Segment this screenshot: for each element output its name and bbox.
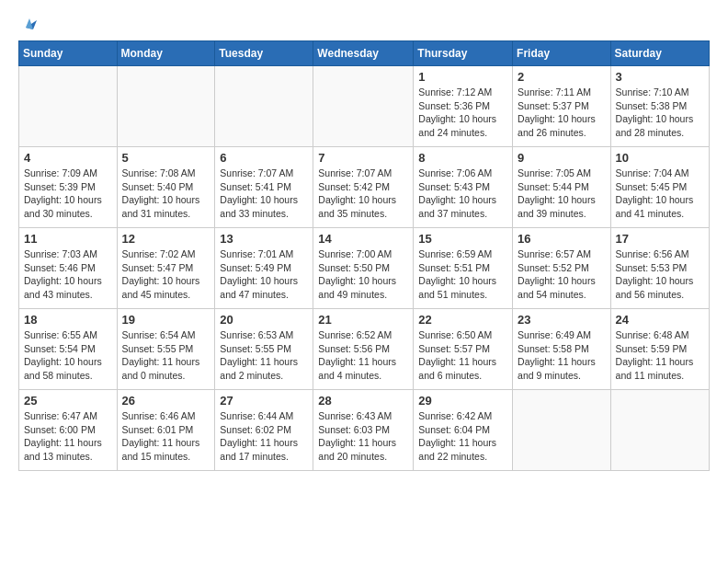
logo: [18, 18, 37, 33]
cell-date-number: 23: [518, 313, 606, 327]
calendar-cell: 20Sunrise: 6:53 AMSunset: 5:55 PMDayligh…: [215, 309, 313, 390]
cell-detail: Sunrise: 7:06 AMSunset: 5:43 PMDaylight:…: [418, 167, 507, 221]
cell-detail: Sunrise: 7:09 AMSunset: 5:39 PMDaylight:…: [24, 167, 112, 221]
cell-date-number: 5: [122, 151, 210, 165]
header-tuesday: Tuesday: [215, 41, 313, 66]
calendar-cell: 10Sunrise: 7:04 AMSunset: 5:45 PMDayligh…: [610, 147, 709, 228]
cell-date-number: 24: [616, 313, 704, 327]
calendar-cell: 4Sunrise: 7:09 AMSunset: 5:39 PMDaylight…: [19, 147, 118, 228]
calendar-week-row: 1Sunrise: 7:12 AMSunset: 5:36 PMDaylight…: [19, 66, 710, 147]
calendar-week-row: 4Sunrise: 7:09 AMSunset: 5:39 PMDaylight…: [19, 147, 710, 228]
cell-detail: Sunrise: 6:48 AMSunset: 5:59 PMDaylight:…: [616, 328, 704, 383]
calendar-cell: 6Sunrise: 7:07 AMSunset: 5:41 PMDaylight…: [215, 147, 313, 228]
calendar-header-row: SundayMondayTuesdayWednesdayThursdayFrid…: [19, 41, 710, 66]
calendar-cell: 17Sunrise: 6:56 AMSunset: 5:53 PMDayligh…: [610, 228, 709, 309]
cell-detail: Sunrise: 6:47 AMSunset: 6:00 PMDaylight:…: [24, 409, 112, 464]
calendar-cell: [117, 66, 215, 147]
cell-detail: Sunrise: 6:55 AMSunset: 5:54 PMDaylight:…: [24, 328, 112, 383]
cell-detail: Sunrise: 6:53 AMSunset: 5:55 PMDaylight:…: [220, 328, 308, 383]
logo-bird-icon: [20, 17, 37, 33]
cell-detail: Sunrise: 7:07 AMSunset: 5:42 PMDaylight:…: [318, 167, 408, 221]
calendar-cell: 5Sunrise: 7:08 AMSunset: 5:40 PMDaylight…: [117, 147, 215, 228]
calendar-cell: 9Sunrise: 7:05 AMSunset: 5:44 PMDaylight…: [513, 147, 611, 228]
cell-date-number: 12: [122, 232, 210, 246]
calendar-week-row: 25Sunrise: 6:47 AMSunset: 6:00 PMDayligh…: [19, 390, 710, 471]
calendar-cell: 13Sunrise: 7:01 AMSunset: 5:49 PMDayligh…: [215, 228, 313, 309]
calendar-cell: [215, 66, 313, 147]
cell-detail: Sunrise: 6:50 AMSunset: 5:57 PMDaylight:…: [418, 328, 507, 383]
cell-detail: Sunrise: 6:42 AMSunset: 6:04 PMDaylight:…: [418, 409, 507, 464]
calendar-cell: 12Sunrise: 7:02 AMSunset: 5:47 PMDayligh…: [117, 228, 215, 309]
cell-date-number: 16: [518, 232, 606, 246]
calendar-cell: 23Sunrise: 6:49 AMSunset: 5:58 PMDayligh…: [513, 309, 611, 390]
cell-detail: Sunrise: 7:00 AMSunset: 5:50 PMDaylight:…: [318, 247, 408, 302]
calendar-cell: 14Sunrise: 7:00 AMSunset: 5:50 PMDayligh…: [313, 228, 414, 309]
cell-detail: Sunrise: 7:03 AMSunset: 5:46 PMDaylight:…: [24, 247, 112, 302]
calendar-cell: [19, 66, 118, 147]
cell-date-number: 8: [418, 151, 507, 165]
cell-detail: Sunrise: 6:46 AMSunset: 6:01 PMDaylight:…: [122, 409, 210, 464]
cell-date-number: 15: [418, 232, 507, 246]
cell-date-number: 21: [318, 313, 408, 327]
cell-detail: Sunrise: 6:44 AMSunset: 6:02 PMDaylight:…: [220, 409, 308, 464]
calendar-cell: 25Sunrise: 6:47 AMSunset: 6:00 PMDayligh…: [19, 390, 118, 471]
cell-detail: Sunrise: 7:10 AMSunset: 5:38 PMDaylight:…: [616, 86, 704, 140]
cell-date-number: 3: [616, 70, 704, 84]
calendar-cell: 21Sunrise: 6:52 AMSunset: 5:56 PMDayligh…: [313, 309, 414, 390]
calendar-cell: 1Sunrise: 7:12 AMSunset: 5:36 PMDaylight…: [414, 66, 513, 147]
cell-detail: Sunrise: 6:59 AMSunset: 5:51 PMDaylight:…: [418, 247, 507, 302]
calendar-cell: 19Sunrise: 6:54 AMSunset: 5:55 PMDayligh…: [117, 309, 215, 390]
cell-date-number: 20: [220, 313, 308, 327]
cell-detail: Sunrise: 7:08 AMSunset: 5:40 PMDaylight:…: [122, 167, 210, 221]
calendar-cell: 15Sunrise: 6:59 AMSunset: 5:51 PMDayligh…: [414, 228, 513, 309]
header: [18, 15, 710, 33]
cell-detail: Sunrise: 7:04 AMSunset: 5:45 PMDaylight:…: [616, 167, 704, 221]
calendar-cell: 2Sunrise: 7:11 AMSunset: 5:37 PMDaylight…: [513, 66, 611, 147]
cell-detail: Sunrise: 6:54 AMSunset: 5:55 PMDaylight:…: [122, 328, 210, 383]
cell-detail: Sunrise: 7:02 AMSunset: 5:47 PMDaylight:…: [122, 247, 210, 302]
header-wednesday: Wednesday: [313, 41, 414, 66]
cell-detail: Sunrise: 7:05 AMSunset: 5:44 PMDaylight:…: [518, 167, 606, 221]
calendar-week-row: 11Sunrise: 7:03 AMSunset: 5:46 PMDayligh…: [19, 228, 710, 309]
calendar-cell: 3Sunrise: 7:10 AMSunset: 5:38 PMDaylight…: [610, 66, 709, 147]
header-thursday: Thursday: [414, 41, 513, 66]
calendar-cell: 16Sunrise: 6:57 AMSunset: 5:52 PMDayligh…: [513, 228, 611, 309]
cell-detail: Sunrise: 6:43 AMSunset: 6:03 PMDaylight:…: [318, 409, 408, 464]
cell-date-number: 2: [518, 70, 606, 84]
cell-detail: Sunrise: 6:52 AMSunset: 5:56 PMDaylight:…: [318, 328, 408, 383]
cell-date-number: 19: [122, 313, 210, 327]
cell-date-number: 13: [220, 232, 308, 246]
header-sunday: Sunday: [19, 41, 118, 66]
cell-date-number: 11: [24, 232, 112, 246]
calendar-week-row: 18Sunrise: 6:55 AMSunset: 5:54 PMDayligh…: [19, 309, 710, 390]
calendar-cell: 26Sunrise: 6:46 AMSunset: 6:01 PMDayligh…: [117, 390, 215, 471]
cell-date-number: 22: [418, 313, 507, 327]
calendar-table: SundayMondayTuesdayWednesdayThursdayFrid…: [18, 40, 710, 471]
header-saturday: Saturday: [610, 41, 709, 66]
calendar-cell: 28Sunrise: 6:43 AMSunset: 6:03 PMDayligh…: [313, 390, 414, 471]
cell-detail: Sunrise: 7:11 AMSunset: 5:37 PMDaylight:…: [518, 86, 606, 140]
calendar-cell: 11Sunrise: 7:03 AMSunset: 5:46 PMDayligh…: [19, 228, 118, 309]
calendar-cell: 18Sunrise: 6:55 AMSunset: 5:54 PMDayligh…: [19, 309, 118, 390]
cell-date-number: 26: [122, 394, 210, 408]
cell-date-number: 17: [616, 232, 704, 246]
cell-detail: Sunrise: 7:01 AMSunset: 5:49 PMDaylight:…: [220, 247, 308, 302]
cell-date-number: 4: [24, 151, 112, 165]
header-monday: Monday: [117, 41, 215, 66]
cell-date-number: 25: [24, 394, 112, 408]
cell-detail: Sunrise: 7:07 AMSunset: 5:41 PMDaylight:…: [220, 167, 308, 221]
header-friday: Friday: [513, 41, 611, 66]
calendar-cell: 24Sunrise: 6:48 AMSunset: 5:59 PMDayligh…: [610, 309, 709, 390]
calendar-cell: [313, 66, 414, 147]
calendar-cell: 8Sunrise: 7:06 AMSunset: 5:43 PMDaylight…: [414, 147, 513, 228]
cell-date-number: 7: [318, 151, 408, 165]
cell-date-number: 10: [616, 151, 704, 165]
cell-detail: Sunrise: 6:49 AMSunset: 5:58 PMDaylight:…: [518, 328, 606, 383]
calendar-cell: 29Sunrise: 6:42 AMSunset: 6:04 PMDayligh…: [414, 390, 513, 471]
calendar-cell: [610, 390, 709, 471]
cell-detail: Sunrise: 6:56 AMSunset: 5:53 PMDaylight:…: [616, 247, 704, 302]
calendar-cell: 7Sunrise: 7:07 AMSunset: 5:42 PMDaylight…: [313, 147, 414, 228]
calendar-cell: [513, 390, 611, 471]
cell-date-number: 6: [220, 151, 308, 165]
cell-date-number: 28: [318, 394, 408, 408]
